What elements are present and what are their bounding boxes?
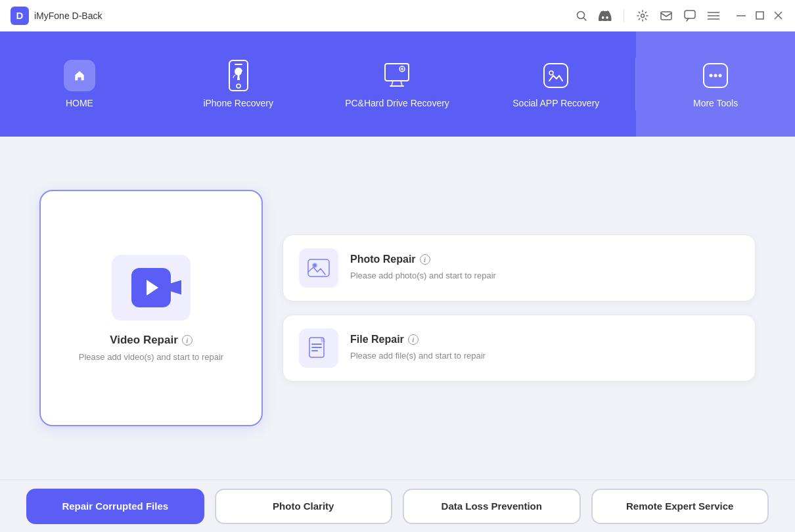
- nav-iphone-label: iPhone Recovery: [203, 98, 273, 108]
- main-content: Video Repair i Please add video(s) and s…: [0, 137, 795, 479]
- nav-more-tools-label: More Tools: [693, 98, 738, 108]
- nav-social-app[interactable]: Social APP Recovery: [476, 32, 635, 137]
- menu-icon[interactable]: [706, 8, 721, 24]
- bottom-bar: Repair Corrupted Files Photo Clarity Dat…: [0, 479, 795, 532]
- svg-point-22: [714, 74, 717, 78]
- title-bar-controls: [574, 8, 784, 24]
- app-title: iMyFone D-Back: [34, 11, 102, 21]
- photo-repair-card[interactable]: Photo Repair i Please add photo(s) and s…: [283, 234, 756, 301]
- right-cards: Photo Repair i Please add photo(s) and s…: [283, 234, 756, 382]
- settings-icon[interactable]: [635, 8, 650, 24]
- chat-icon[interactable]: [682, 8, 698, 24]
- nav-home[interactable]: HOME: [0, 32, 159, 137]
- photo-repair-desc: Please add photo(s) and start to repair: [350, 269, 496, 282]
- nav-iphone-recovery[interactable]: iPhone Recovery: [159, 32, 318, 137]
- svg-rect-18: [544, 64, 568, 87]
- iphone-icon: [223, 60, 254, 91]
- svg-line-1: [583, 18, 586, 20]
- svg-rect-24: [308, 259, 329, 277]
- svg-rect-3: [661, 12, 671, 20]
- data-loss-prevention-button[interactable]: Data Loss Prevention: [403, 489, 581, 524]
- nav-bar: HOME iPhone Recovery PC&Hard Drive: [0, 32, 795, 137]
- search-icon[interactable]: [574, 8, 589, 24]
- svg-point-13: [237, 84, 240, 88]
- file-repair-title: File Repair i: [350, 334, 486, 345]
- nav-pc-label: PC&Hard Drive Recovery: [345, 98, 449, 108]
- video-repair-card[interactable]: Video Repair i Please add video(s) and s…: [39, 190, 263, 426]
- file-repair-text: File Repair i Please add file(s) and sta…: [350, 334, 486, 363]
- photo-repair-icon-wrap: [299, 248, 338, 288]
- photo-repair-title: Photo Repair i: [350, 254, 496, 265]
- logo-icon: D: [11, 7, 29, 25]
- svg-point-19: [549, 71, 553, 75]
- video-repair-desc: Please add video(s) and start to repair: [79, 352, 223, 362]
- close-button[interactable]: [771, 9, 784, 22]
- photo-clarity-button[interactable]: Photo Clarity: [215, 489, 393, 524]
- social-icon: [540, 60, 572, 91]
- nav-more-tools[interactable]: More Tools: [636, 32, 795, 137]
- svg-rect-15: [385, 64, 409, 81]
- file-repair-card[interactable]: File Repair i Please add file(s) and sta…: [283, 315, 756, 382]
- remote-expert-service-button[interactable]: Remote Expert Service: [591, 489, 769, 524]
- photo-repair-info-icon[interactable]: i: [420, 254, 430, 265]
- minimize-button[interactable]: [735, 9, 748, 22]
- maximize-button[interactable]: [753, 9, 766, 22]
- file-repair-desc: Please add file(s) and start to repair: [350, 349, 486, 363]
- svg-point-2: [641, 14, 645, 17]
- repair-corrupted-files-button[interactable]: Repair Corrupted Files: [26, 489, 204, 524]
- separator: [624, 9, 624, 22]
- nav-social-label: Social APP Recovery: [512, 98, 599, 108]
- play-icon: [131, 268, 171, 307]
- camera-notch-icon: [170, 280, 181, 295]
- home-icon: [64, 60, 95, 91]
- photo-repair-text: Photo Repair i Please add photo(s) and s…: [350, 254, 496, 282]
- nav-pc-recovery[interactable]: PC&Hard Drive Recovery: [318, 32, 477, 137]
- nav-home-label: HOME: [66, 98, 93, 108]
- window-controls[interactable]: [735, 9, 784, 22]
- mail-icon[interactable]: [658, 8, 674, 24]
- svg-point-23: [719, 74, 722, 78]
- video-repair-info-icon[interactable]: i: [182, 335, 193, 345]
- svg-point-27: [313, 264, 317, 267]
- svg-rect-9: [756, 12, 763, 19]
- title-bar: D iMyFone D-Back: [0, 0, 795, 32]
- app-logo: D iMyFone D-Back: [11, 7, 102, 25]
- svg-rect-4: [685, 11, 695, 18]
- more-tools-icon: [700, 60, 731, 91]
- svg-point-21: [710, 74, 713, 78]
- pc-icon: [381, 60, 413, 91]
- file-repair-info-icon[interactable]: i: [408, 334, 419, 345]
- discord-icon[interactable]: [597, 8, 613, 24]
- file-repair-icon-wrap: [299, 328, 338, 368]
- video-repair-title: Video Repair i: [110, 334, 193, 347]
- video-icon-wrap: [112, 255, 191, 321]
